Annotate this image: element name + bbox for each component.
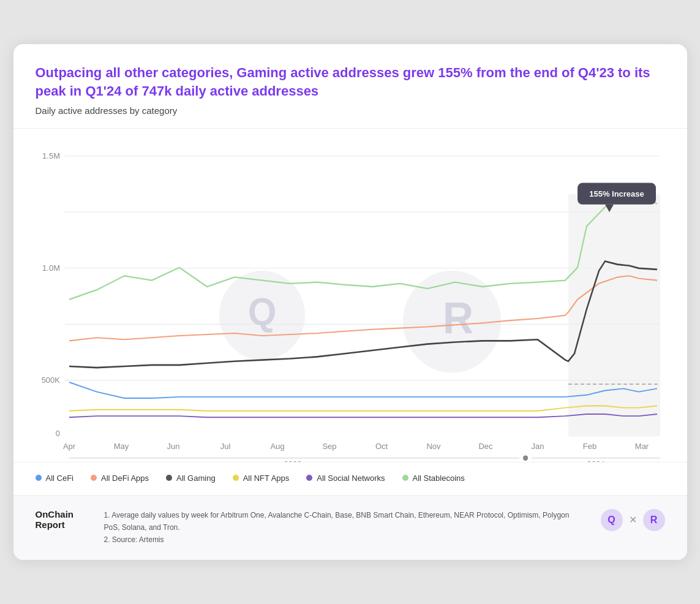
svg-text:Aug: Aug — [270, 442, 284, 451]
legend-dot-gaming — [166, 475, 172, 481]
legend-dot-social — [306, 475, 312, 481]
legend-label-nft: All NFT Apps — [243, 474, 290, 483]
legend-dot-nft — [233, 475, 239, 481]
svg-text:0: 0 — [55, 429, 59, 438]
footer-logo-q: Q — [601, 509, 623, 531]
svg-point-29 — [523, 455, 528, 460]
svg-text:Sep: Sep — [322, 442, 336, 451]
svg-text:Jun: Jun — [167, 442, 179, 451]
footer-logos: Q ✕ R — [601, 509, 665, 531]
legend-item-defi: All DeFi Apps — [91, 474, 149, 483]
chart-title: Outpacing all other categories, Gaming a… — [36, 64, 665, 100]
legend-dot-defi — [91, 475, 97, 481]
legend-label-social: All Social Networks — [317, 474, 385, 483]
svg-text:Nov: Nov — [426, 442, 440, 451]
footer-notes: 1. Average daily values by week for Arbi… — [104, 509, 581, 546]
svg-text:Feb: Feb — [582, 442, 596, 451]
line-chart: 1.5M 1.0M 500K 0 Q R — [36, 143, 665, 462]
svg-text:1.5M: 1.5M — [42, 151, 60, 160]
legend-item-cefi: All CeFi — [36, 474, 74, 483]
svg-text:May: May — [113, 442, 129, 451]
footer-logo-x: ✕ — [629, 514, 637, 526]
svg-text:Q: Q — [247, 290, 276, 333]
legend-label-defi: All DeFi Apps — [101, 474, 149, 483]
svg-text:500K: 500K — [41, 375, 59, 384]
legend-label-stablecoins: All Stablecoins — [413, 474, 465, 483]
svg-text:Jan: Jan — [531, 442, 544, 451]
legend-label-gaming: All Gaming — [176, 474, 216, 483]
svg-rect-9 — [568, 194, 660, 436]
legend-item-social: All Social Networks — [306, 474, 385, 483]
svg-text:1.0M: 1.0M — [42, 263, 60, 272]
legend-dot-cefi — [36, 475, 42, 481]
legend-item-stablecoins: All Stablecoins — [402, 474, 465, 483]
footer-section: OnChainReport 1. Average daily values by… — [13, 495, 687, 560]
footer-note-1: 1. Average daily values by week for Arbi… — [104, 509, 581, 534]
svg-text:155% Increase: 155% Increase — [589, 189, 644, 198]
report-card: Outpacing all other categories, Gaming a… — [13, 44, 687, 560]
footer-brand: OnChainReport — [36, 509, 85, 530]
footer-logo-r: R — [643, 509, 665, 531]
svg-text:R: R — [442, 292, 473, 342]
chart-legend: All CeFi All DeFi Apps All Gaming All NF… — [13, 462, 687, 495]
svg-text:2024: 2024 — [587, 459, 604, 462]
svg-text:Apr: Apr — [62, 442, 75, 451]
svg-text:Dec: Dec — [478, 442, 492, 451]
chart-subtitle: Daily active addresses by category — [36, 105, 665, 116]
legend-item-nft: All NFT Apps — [233, 474, 290, 483]
legend-dot-stablecoins — [402, 475, 408, 481]
legend-label-cefi: All CeFi — [46, 474, 74, 483]
svg-text:Oct: Oct — [375, 442, 388, 451]
header-section: Outpacing all other categories, Gaming a… — [13, 44, 687, 128]
svg-text:2023: 2023 — [284, 459, 301, 462]
svg-text:Jul: Jul — [220, 442, 230, 451]
legend-item-gaming: All Gaming — [166, 474, 216, 483]
svg-text:Mar: Mar — [634, 442, 649, 451]
footer-note-2: 2. Source: Artemis — [104, 534, 581, 546]
chart-area: 1.5M 1.0M 500K 0 Q R — [13, 129, 687, 462]
chart-container: 1.5M 1.0M 500K 0 Q R — [36, 143, 665, 462]
